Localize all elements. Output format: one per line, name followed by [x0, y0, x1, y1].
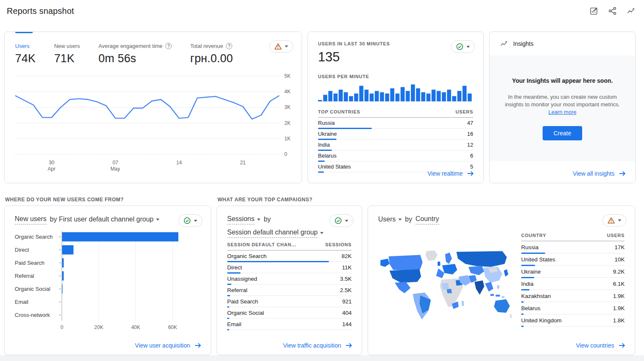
dimension-selector[interactable]: by First user default channel group	[50, 215, 159, 224]
realtime-card: USERS IN LAST 30 MINUTES 135 USERS PER M…	[307, 32, 484, 183]
table-row: Organic Search82K	[227, 250, 352, 262]
help-icon[interactable]: ?	[165, 43, 172, 49]
arrow-forward-icon	[194, 343, 201, 348]
row-label: United Kingdom	[521, 317, 562, 324]
users-30min-value: 135	[318, 50, 473, 65]
row-value: 5	[470, 163, 473, 170]
acquisition-card: New users by First user default channel …	[4, 206, 211, 355]
row-value: 921	[342, 298, 352, 305]
row-value: 82K	[342, 253, 352, 259]
column-header: TOP COUNTRIES	[318, 109, 360, 114]
world-choropleth-map	[378, 227, 514, 327]
table-row: Organic Social404	[227, 307, 352, 319]
chevron-down-icon	[285, 45, 288, 47]
metric-tab-new-users[interactable]: New users 71K	[54, 43, 80, 65]
table-row: Paid Search921	[227, 296, 352, 307]
chevron-down-icon	[320, 232, 323, 234]
metric-selector[interactable]: Users	[378, 215, 402, 224]
learn-more-link[interactable]: Learn more	[549, 109, 576, 115]
row-label: Referral	[227, 287, 247, 293]
svg-text:5K: 5K	[284, 73, 291, 79]
row-value: 404	[342, 310, 352, 316]
metric-tab-users[interactable]: Users 74K	[15, 43, 36, 65]
row-label: Email	[227, 321, 241, 327]
svg-text:14: 14	[176, 160, 182, 166]
data-quality-badge-ok[interactable]	[451, 40, 475, 53]
overview-card: Users 74K New users 71K Average engageme…	[4, 32, 302, 183]
view-user-acquisition-link[interactable]: View user acquisition	[135, 342, 201, 349]
data-quality-badge-ok[interactable]	[329, 214, 353, 227]
row-value: 10K	[615, 256, 625, 263]
row-label: Ukraine	[521, 269, 541, 275]
row-label: Kazakhstan	[521, 293, 551, 299]
row-label: Organic Search	[227, 253, 267, 259]
insights-card: Insights Your Insights will appear here …	[489, 32, 636, 183]
row-label: Unassigned	[227, 276, 257, 282]
row-label: United States	[521, 256, 555, 263]
check-circle-icon	[334, 217, 342, 224]
row-label: United States	[318, 163, 351, 170]
metric-label: Total revenue	[190, 43, 223, 49]
column-header: SESSIONS	[325, 242, 352, 247]
svg-text:Referral: Referral	[15, 273, 34, 279]
row-value: 16	[467, 131, 473, 137]
data-quality-badge-warning[interactable]	[602, 214, 626, 227]
row-label: Belarus	[318, 153, 337, 159]
data-quality-badge-ok[interactable]	[178, 214, 202, 227]
chevron-down-icon	[466, 46, 470, 48]
table-row: Email144	[227, 319, 352, 330]
row-value: 17K	[615, 244, 625, 250]
view-traffic-acquisition-link[interactable]: View traffic acquisition	[283, 342, 352, 349]
create-insight-button[interactable]: Create	[543, 126, 582, 140]
insights-icon[interactable]	[625, 5, 637, 17]
column-header: USERS	[607, 233, 625, 238]
row-label: Russia	[318, 120, 335, 126]
arrow-forward-icon	[467, 171, 474, 177]
table-row: Kazakhstan1.9K	[521, 290, 625, 302]
users-30min-label: USERS IN LAST 30 MINUTES	[318, 41, 473, 46]
section-title-campaigns: WHAT ARE YOUR TOP CAMPAIGNS?	[217, 197, 361, 202]
metric-tab-engagement-time[interactable]: Average engagement time ? 0m 56s	[98, 43, 172, 65]
svg-text:2K: 2K	[284, 120, 291, 126]
warning-icon	[607, 217, 615, 224]
svg-text:60K: 60K	[168, 324, 177, 330]
metric-tab-total-revenue[interactable]: Total revenue ? грн.0.00	[190, 43, 233, 65]
view-countries-link[interactable]: View countries	[576, 342, 625, 349]
dimension-selector[interactable]: Session default channel group	[227, 228, 323, 238]
customize-report-icon[interactable]	[588, 5, 600, 17]
svg-text:Paid Search: Paid Search	[15, 260, 45, 266]
metric-selector[interactable]: New users	[15, 214, 47, 224]
svg-text:21: 21	[240, 160, 246, 166]
table-row: Belarus6	[318, 150, 473, 161]
chevron-down-icon	[257, 219, 260, 221]
table-row: Unassigned3.5K	[227, 273, 352, 285]
dimension-selector[interactable]: Country	[416, 214, 439, 224]
metric-value: 74K	[15, 52, 36, 65]
view-realtime-link[interactable]: View realtime	[427, 170, 474, 177]
svg-text:07: 07	[113, 160, 119, 166]
svg-text:May: May	[111, 166, 120, 172]
share-icon[interactable]	[606, 5, 619, 17]
metric-value: 71K	[54, 52, 80, 65]
row-label: Russia	[521, 244, 538, 250]
bottom-cards-row: WHERE DO YOUR NEW USERS COME FROM? New u…	[0, 197, 644, 355]
row-progress-bar	[227, 329, 229, 330]
check-circle-icon	[456, 43, 464, 50]
metric-tabs: Users 74K New users 71K Average engageme…	[5, 32, 302, 65]
svg-text:0: 0	[284, 151, 287, 157]
help-icon[interactable]: ?	[226, 43, 232, 49]
svg-text:3K: 3K	[284, 104, 291, 110]
top-countries-table: TOP COUNTRIES USERS Russia47Ukraine16Ind…	[318, 109, 473, 172]
chevron-down-icon	[398, 219, 402, 221]
arrow-forward-icon	[619, 171, 626, 177]
countries-card: Users by Country	[368, 206, 635, 355]
users-per-minute-label: USERS PER MINUTE	[318, 74, 473, 79]
section-title-new-users: WHERE DO YOUR NEW USERS COME FROM?	[5, 197, 210, 202]
row-label: India	[318, 142, 330, 148]
users-per-minute-chart	[318, 82, 473, 102]
data-quality-badge-warning[interactable]	[269, 40, 293, 53]
view-all-insights-link[interactable]: View all insights	[573, 170, 626, 177]
row-label: India	[521, 281, 533, 287]
metric-selector[interactable]: Sessions	[227, 214, 260, 224]
metric-label: Average engagement time	[98, 43, 162, 49]
